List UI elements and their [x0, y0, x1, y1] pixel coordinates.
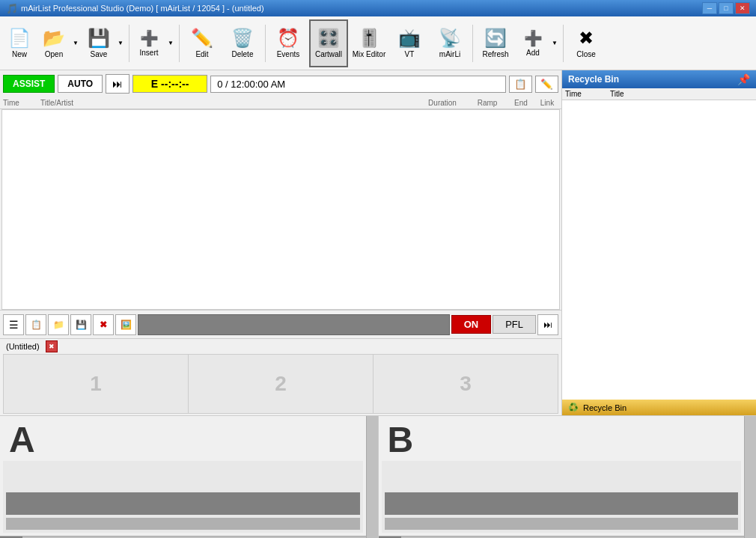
recycle-col-title: Title — [610, 90, 753, 98]
skip-button[interactable]: ⏭ — [106, 74, 129, 94]
mix-editor-button[interactable]: 🎚️ Mix Editor — [350, 19, 388, 67]
mairlist-icon: 📡 — [439, 28, 461, 49]
deck-a-scrollbar-v[interactable] — [366, 416, 378, 538]
mairlist-label: mAirLi — [439, 50, 460, 58]
insert-icon: ➕ — [140, 29, 159, 47]
deck-a-waveform-bar2 — [6, 518, 360, 530]
cart-slot-2[interactable]: 2 — [189, 355, 374, 413]
open-icon: 📂 — [43, 28, 65, 49]
mix-editor-label: Mix Editor — [353, 50, 385, 58]
counter-display: 0 / 12:00:00 AM — [210, 76, 506, 93]
col-end-header: End — [506, 99, 536, 107]
col-ramp-header: Ramp — [469, 99, 506, 107]
maximize-button[interactable]: □ — [719, 2, 734, 14]
sep-2 — [179, 25, 180, 62]
mairlist-button[interactable]: 📡 mAirLi — [430, 19, 469, 67]
timecode-display: E --:--:-- — [132, 75, 207, 93]
edit-button[interactable]: ✏️ Edit — [183, 19, 222, 67]
assist-button[interactable]: ASSIST — [3, 75, 55, 93]
image-ctrl-button[interactable]: 🖼️ — [115, 314, 136, 335]
recycle-col-time: Time — [565, 90, 610, 98]
left-panel: ASSIST AUTO ⏭ E --:--:-- 0 / 12:00:00 AM… — [0, 70, 561, 415]
window-close-button[interactable]: ✕ — [735, 2, 750, 14]
vt-icon: 📺 — [398, 28, 421, 49]
player-controls: ☰ 📋 📁 💾 ✖ 🖼️ ON PFL ⏭ — [0, 310, 561, 338]
transport-bar: ASSIST AUTO ⏭ E --:--:-- 0 / 12:00:00 AM… — [0, 70, 561, 97]
deck-b-scrollbar-v[interactable] — [744, 416, 756, 538]
delete-button[interactable]: 🗑️ Delete — [223, 19, 262, 67]
save-dropdown-arrow[interactable]: ▼ — [115, 19, 126, 67]
cartwall-label: Cartwall — [315, 50, 342, 58]
pencil-button[interactable]: ✏️ — [535, 76, 558, 93]
cart-slot-1[interactable]: 1 — [4, 355, 189, 413]
recycle-footer-icon: ♻️ — [568, 403, 579, 412]
folder-ctrl-button[interactable]: 📁 — [48, 314, 69, 335]
cart-grid: 1 2 3 — [3, 354, 558, 414]
col-link-header: Link — [536, 99, 558, 107]
recycle-bin-title: Recycle Bin — [568, 74, 619, 85]
vt-label: VT — [405, 50, 415, 58]
toolbar: 📄 New 📂 Open ▼ 💾 Save ▼ ➕ Insert ▼ ✏️ Ed… — [0, 16, 756, 70]
close-icon: ✖ — [579, 28, 594, 49]
events-button[interactable]: ⏰ Events — [269, 19, 308, 67]
insert-label: Insert — [139, 49, 158, 57]
deck-a: A 🔊 🎧 ✂️ ▲ ◀◀ ■ ▶| ⏸ ▶ — [0, 416, 379, 538]
delete-label: Delete — [232, 50, 254, 58]
sep-4 — [472, 25, 473, 62]
recycle-bin-header: Recycle Bin 📌 — [562, 70, 756, 88]
minimize-button[interactable]: ─ — [702, 2, 717, 14]
cartwall-button[interactable]: 🎛️ Cartwall — [309, 19, 348, 67]
edit-label: Edit — [195, 50, 208, 58]
deck-b: B 🔊 🎧 ✂️ ▲ ◀◀ ■ ▶| ⏸ ▶ — [379, 416, 757, 538]
cart-slot-3[interactable]: 3 — [374, 355, 558, 413]
cart-list-area: (Untitled) ✖ 1 2 3 — [0, 338, 561, 415]
insert-dropdown-arrow[interactable]: ▼ — [165, 19, 176, 67]
new-icon: 📄 — [8, 28, 31, 49]
deck-b-waveform — [382, 461, 742, 533]
open-label: Open — [45, 50, 63, 58]
auto-button[interactable]: AUTO — [58, 75, 103, 93]
new-label: New — [12, 50, 27, 58]
close-button[interactable]: ✖ Close — [567, 19, 606, 67]
recycle-pin-icon: 📌 — [737, 73, 750, 85]
recycle-footer-label: Recycle Bin — [583, 403, 627, 412]
refresh-icon: 🔄 — [484, 28, 507, 49]
sep-3 — [265, 25, 266, 62]
cart-tab-close-button[interactable]: ✖ — [46, 340, 58, 352]
save-button[interactable]: 💾 Save — [82, 19, 115, 67]
recycle-bin-content[interactable] — [562, 100, 756, 400]
add-icon: ➕ — [524, 29, 543, 47]
play-progress-bar — [138, 314, 450, 335]
playlist-header: Time Title/Artist Duration Ramp End Link — [0, 97, 561, 109]
menu-button[interactable]: ☰ — [3, 314, 24, 335]
add-dropdown-arrow[interactable]: ▼ — [549, 19, 560, 67]
on-button[interactable]: ON — [451, 315, 492, 334]
add-button-group: ➕ Add ▼ — [516, 19, 560, 67]
refresh-button[interactable]: 🔄 Refresh — [476, 19, 515, 67]
insert-button-group: ➕ Insert ▼ — [132, 19, 176, 67]
col-duration-header: Duration — [416, 99, 469, 107]
playlist-area[interactable] — [1, 109, 560, 310]
title-controls: ─ □ ✕ — [702, 2, 750, 14]
new-button-group: 📄 New — [3, 19, 36, 67]
deck-a-label: A — [0, 416, 366, 458]
add-button[interactable]: ➕ Add — [516, 19, 549, 67]
open-dropdown-arrow[interactable]: ▼ — [70, 19, 81, 67]
save-ctrl-button[interactable]: 💾 — [70, 314, 91, 335]
vt-button[interactable]: 📺 VT — [390, 19, 429, 67]
cart-tab: (Untitled) ✖ — [3, 340, 558, 352]
insert-button[interactable]: ➕ Insert — [132, 19, 165, 67]
clip-ctrl-button[interactable]: 📋 — [25, 314, 46, 335]
add-label: Add — [526, 49, 540, 57]
pfl-button[interactable]: PFL — [493, 315, 536, 334]
x-ctrl-button[interactable]: ✖ — [93, 314, 114, 335]
title-bar-icon: 🎵 — [6, 3, 18, 14]
new-button[interactable]: 📄 New — [3, 19, 36, 67]
clip-button[interactable]: 📋 — [509, 76, 532, 93]
events-icon: ⏰ — [277, 28, 299, 49]
bottom-panels: A 🔊 🎧 ✂️ ▲ ◀◀ ■ ▶| ⏸ ▶ — [0, 415, 756, 538]
skip-to-end-button[interactable]: ⏭ — [537, 314, 558, 335]
col-time-header: Time — [3, 99, 40, 107]
cart-tab-label: (Untitled) — [3, 341, 43, 352]
open-button[interactable]: 📂 Open — [37, 19, 70, 67]
